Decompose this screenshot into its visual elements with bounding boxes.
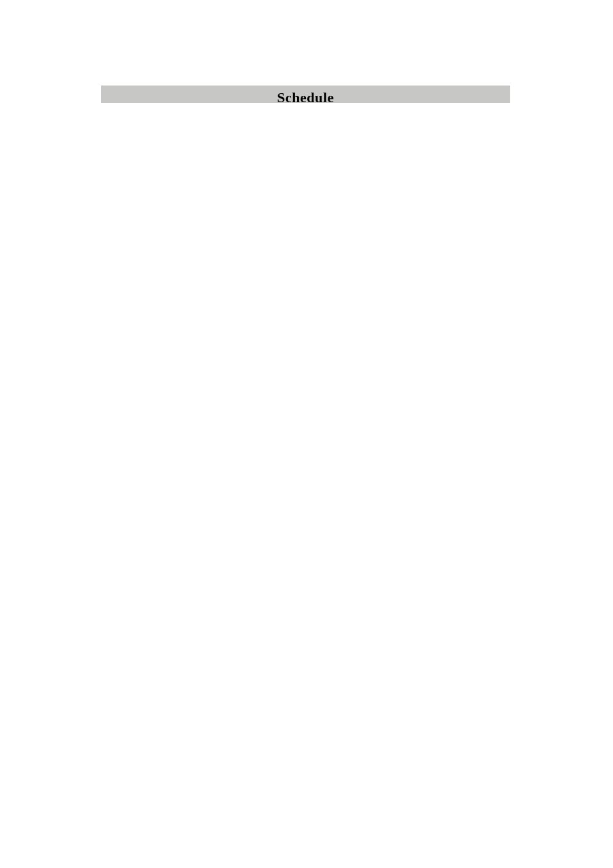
schedule-panel: Schedule xyxy=(101,86,510,103)
schedule-title: Schedule xyxy=(277,89,333,103)
